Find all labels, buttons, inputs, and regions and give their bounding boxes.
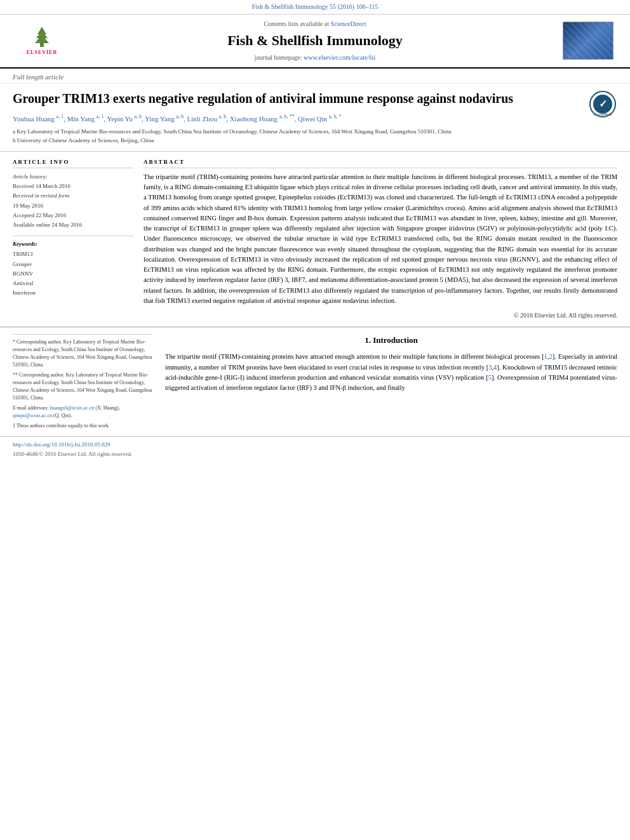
svg-text:✓: ✓	[599, 98, 607, 109]
received-date: Received 14 March 2016	[13, 182, 133, 191]
journal-header: ELSEVIER Contents lists available at Sci…	[0, 15, 630, 69]
keywords-section: Keywords: TRIM13 Grouper RGNNV Antiviral…	[13, 240, 133, 298]
footnote-corresponding2: ** Corresponding author. Key Laboratory …	[13, 371, 152, 402]
journal-title-area: Contents lists available at ScienceDirec…	[74, 20, 556, 62]
sciencedirect-link[interactable]: ScienceDirect	[330, 20, 366, 27]
page-footer: http://dx.doi.org/10.1016/j.fsi.2016.05.…	[0, 436, 630, 462]
keywords-label: Keywords:	[13, 240, 133, 248]
available-date: Available online 24 May 2016	[13, 220, 133, 230]
accepted-date: Accepted 22 May 2016	[13, 211, 133, 220]
article-info-heading: ARTICLE INFO	[13, 158, 133, 168]
copyright-line: © 2016 Elsevier Ltd. All rights reserved…	[144, 311, 617, 320]
ref-4[interactable]: 4	[493, 364, 497, 371]
doi-line: http://dx.doi.org/10.1016/j.fsi.2016.05.…	[13, 441, 617, 449]
ref-2[interactable]: 2	[549, 353, 553, 360]
email2-name: (Q. Qin).	[53, 413, 72, 418]
journal-title: Fish & Shellfish Immunology	[74, 31, 556, 51]
keyword-1: TRIM13	[13, 250, 133, 259]
footnote-emails: E-mail addresses: huangxh@scsio.ac.cn (X…	[13, 404, 152, 420]
keyword-3: RGNNV	[13, 269, 133, 279]
introduction-paragraph: The tripartite motif (TRIM)-containing p…	[165, 352, 617, 393]
journal-cover-thumbnail	[563, 22, 613, 60]
elsevier-brand-text: ELSEVIER	[27, 49, 57, 56]
introduction-heading: 1. Introduction	[165, 334, 617, 347]
article-authors: Youhua Huang a, 1, Min Yang a, 1, Yepin …	[13, 113, 582, 124]
journal-bar: Fish & Shellfish Immunology 55 (2016) 10…	[0, 0, 630, 15]
elsevier-logo: ELSEVIER	[17, 23, 67, 58]
journal-thumbnail-area	[556, 22, 620, 60]
received-revised-label: Received in revised form	[13, 191, 133, 201]
ref-3[interactable]: 3	[488, 364, 492, 371]
article-title-section: Grouper TRIM13 exerts negative regulatio…	[0, 84, 630, 152]
introduction-text: The tripartite motif (TRIM)-containing p…	[165, 352, 617, 393]
journal-homepage-line: journal homepage: www.elsevier.com/locat…	[74, 53, 556, 62]
journal-homepage-link[interactable]: www.elsevier.com/locate/fsi	[304, 54, 375, 61]
history-label: Article history:	[13, 172, 133, 182]
doi-link[interactable]: http://dx.doi.org/10.1016/j.fsi.2016.05.…	[13, 441, 111, 448]
keyword-2: Grouper	[13, 260, 133, 269]
abstract-text: The tripartite motif (TRIM)-containing p…	[144, 172, 617, 306]
abstract-heading: ABSTRACT	[144, 158, 617, 168]
footnotes-column: * Corresponding author. Key Laboratory o…	[13, 334, 152, 430]
article-info-column: ARTICLE INFO Article history: Received 1…	[13, 158, 133, 320]
article-info-abstract-section: ARTICLE INFO Article history: Received 1…	[0, 152, 630, 327]
article-type: Full length article	[0, 69, 630, 84]
ref-5[interactable]: 5	[488, 374, 492, 381]
footnote-equal-contribution: 1 These authors contribute equally to th…	[13, 422, 152, 430]
introduction-column: 1. Introduction The tripartite motif (TR…	[165, 334, 617, 430]
keyword-5: Interferon	[13, 288, 133, 298]
article-affiliations: a Key Laboratory of Tropical Marine Bio-…	[13, 128, 582, 145]
crossmark-logo: ✓ CrossMark	[589, 90, 617, 119]
article-history: Article history: Received 14 March 2016 …	[13, 172, 133, 230]
keywords-list: TRIM13 Grouper RGNNV Antiviral Interfero…	[13, 250, 133, 298]
elsevier-tree-icon	[26, 25, 58, 48]
svg-marker-3	[35, 34, 49, 43]
affiliation-a: a Key Laboratory of Tropical Marine Bio-…	[13, 128, 582, 137]
article-title-text-area: Grouper TRIM13 exerts negative regulatio…	[13, 90, 582, 145]
affiliation-b: b University of Chinese Academy of Scien…	[13, 137, 582, 145]
abstract-column: ABSTRACT The tripartite motif (TRIM)-con…	[144, 158, 617, 320]
email-link-2[interactable]: qinqw@scsio.ac.cn	[13, 413, 52, 418]
contents-available-line: Contents lists available at ScienceDirec…	[74, 20, 556, 29]
bottom-section: * Corresponding author. Key Laboratory o…	[0, 327, 630, 436]
ref-1[interactable]: 1	[544, 353, 547, 360]
crossmark-icon: ✓ CrossMark	[589, 90, 617, 119]
abstract-paragraph: The tripartite motif (TRIM)-containing p…	[144, 172, 617, 306]
keyword-4: Antiviral	[13, 279, 133, 288]
footnote-corresponding1: * Corresponding author. Key Laboratory o…	[13, 338, 152, 369]
email-label: E-mail addresses:	[13, 405, 49, 411]
article-main-title: Grouper TRIM13 exerts negative regulatio…	[13, 90, 582, 107]
journal-bar-text: Fish & Shellfish Immunology 55 (2016) 10…	[252, 3, 379, 10]
history-divider	[13, 236, 133, 236]
issn-line: 1050-4648/© 2016 Elsevier Ltd. All right…	[13, 450, 617, 458]
revised-date: 19 May 2016	[13, 201, 133, 211]
thumbnail-pattern	[563, 22, 613, 59]
email-link-1[interactable]: huangxh@scsio.ac.cn	[50, 405, 95, 411]
journal-logo-area: ELSEVIER	[10, 23, 74, 58]
email1-name: (X. Huang)	[95, 405, 118, 411]
svg-text:CrossMark: CrossMark	[593, 112, 612, 116]
svg-rect-0	[40, 43, 44, 47]
